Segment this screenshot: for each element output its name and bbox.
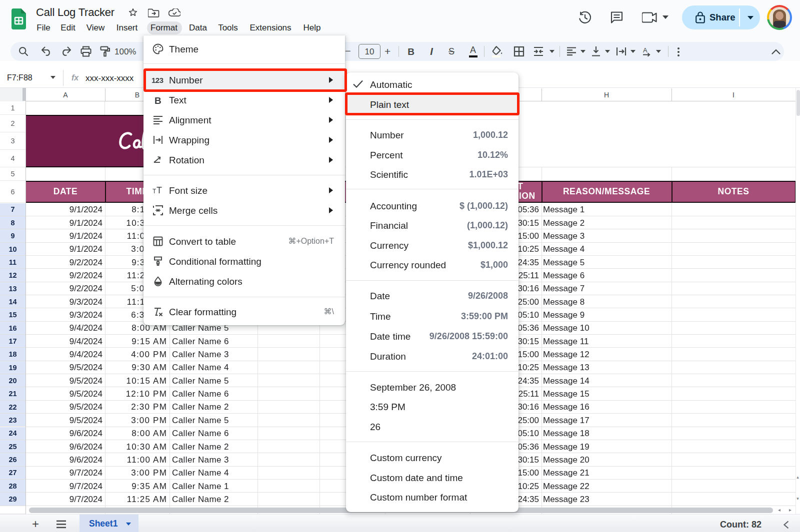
- svg-text:B: B: [154, 95, 162, 106]
- svg-text:T: T: [156, 185, 162, 195]
- svg-text:T: T: [152, 188, 156, 195]
